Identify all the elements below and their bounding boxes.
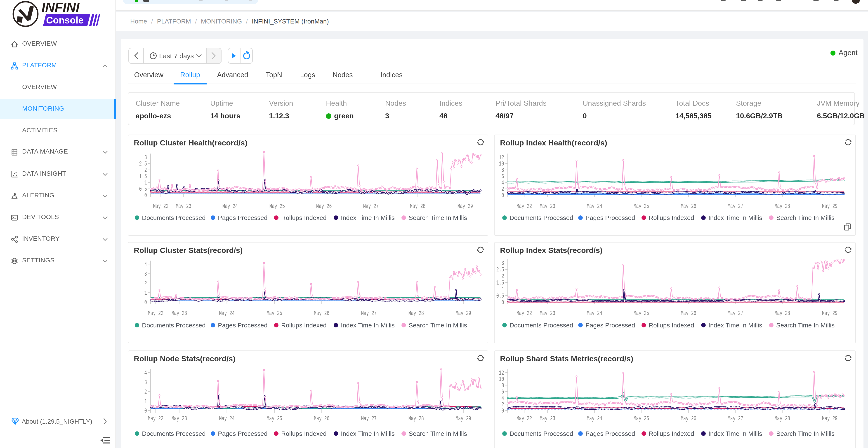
svg-text:May 29: May 29: [822, 203, 838, 210]
svg-text:2: 2: [502, 401, 504, 408]
svg-text:Rollups Indexed: Rollups Indexed: [281, 214, 327, 221]
svg-text:May 25: May 25: [633, 310, 649, 317]
svg-text:Pages Processed: Pages Processed: [585, 322, 635, 329]
svg-text:1: 1: [145, 179, 147, 186]
svg-text:May 26: May 26: [681, 203, 696, 210]
svg-text:0: 0: [145, 192, 147, 199]
svg-text:May 26: May 26: [681, 310, 696, 317]
svg-text:May 26: May 26: [314, 310, 330, 317]
svg-text:May 27: May 27: [727, 310, 743, 317]
svg-text:May 26: May 26: [681, 415, 696, 422]
svg-text:4: 4: [502, 179, 504, 186]
svg-text:May 28: May 28: [775, 415, 790, 422]
svg-text:May 25: May 25: [633, 203, 649, 210]
svg-text:May 27: May 27: [361, 415, 377, 422]
svg-text:1: 1: [502, 286, 504, 293]
svg-text:May 28: May 28: [408, 310, 424, 317]
svg-text:Search Time In Millis: Search Time In Millis: [409, 214, 467, 221]
svg-text:Rollups Indexed: Rollups Indexed: [649, 214, 694, 221]
svg-text:0: 0: [145, 407, 147, 414]
svg-text:Rollup Cluster Stats(record/s): Rollup Cluster Stats(record/s): [134, 246, 243, 254]
svg-text:3: 3: [145, 379, 147, 386]
svg-text:Index Time In Millis: Index Time In Millis: [341, 322, 395, 329]
svg-text:Rollups Indexed: Rollups Indexed: [281, 322, 327, 329]
svg-text:May 29: May 29: [456, 310, 471, 317]
svg-text:May 29: May 29: [822, 415, 838, 422]
svg-text:Rollups Indexed: Rollups Indexed: [649, 430, 694, 437]
svg-text:May 27: May 27: [361, 310, 377, 317]
svg-text:4: 4: [502, 395, 504, 402]
svg-text:Search Time In Millis: Search Time In Millis: [776, 322, 835, 329]
svg-text:May 22: May 22: [153, 203, 168, 210]
svg-text:Rollup Node Stats(record/s): Rollup Node Stats(record/s): [134, 354, 236, 363]
svg-text:0: 0: [502, 192, 504, 199]
svg-text:Search Time In Millis: Search Time In Millis: [409, 322, 467, 329]
svg-text:Search Time In Millis: Search Time In Millis: [409, 430, 467, 437]
svg-text:May 27: May 27: [727, 415, 743, 422]
svg-text:May 27: May 27: [363, 203, 379, 210]
svg-text:May 29: May 29: [822, 310, 838, 317]
svg-text:May 23: May 23: [172, 415, 187, 422]
svg-text:May 26: May 26: [316, 203, 332, 210]
svg-text:May 29: May 29: [458, 203, 473, 210]
svg-text:8: 8: [502, 382, 504, 389]
svg-text:Rollup Shard Stats Metrics(rec: Rollup Shard Stats Metrics(record/s): [500, 354, 633, 363]
svg-text:May 28: May 28: [410, 203, 426, 210]
svg-text:1: 1: [145, 289, 147, 297]
svg-text:6: 6: [502, 388, 504, 395]
svg-text:May 22: May 22: [517, 415, 532, 422]
svg-text:May 24: May 24: [587, 310, 602, 317]
svg-text:2.5: 2.5: [496, 266, 504, 273]
svg-text:10: 10: [499, 160, 504, 167]
svg-text:3: 3: [145, 154, 147, 161]
svg-text:0: 0: [145, 299, 147, 306]
svg-text:May 25: May 25: [267, 415, 282, 422]
svg-text:May 28: May 28: [775, 310, 790, 317]
svg-text:May 25: May 25: [270, 203, 285, 210]
svg-text:Pages Processed: Pages Processed: [585, 430, 635, 437]
svg-text:1: 1: [145, 398, 147, 405]
svg-text:Pages Processed: Pages Processed: [585, 214, 635, 221]
svg-text:May 27: May 27: [727, 203, 743, 210]
svg-text:Documents Processed: Documents Processed: [142, 214, 206, 221]
svg-text:May 25: May 25: [633, 415, 649, 422]
svg-text:May 22: May 22: [517, 310, 532, 317]
svg-text:2: 2: [145, 280, 147, 287]
svg-text:May 24: May 24: [587, 415, 602, 422]
svg-text:4: 4: [145, 261, 147, 268]
svg-text:12: 12: [499, 370, 504, 376]
svg-text:Search Time In Millis: Search Time In Millis: [776, 214, 835, 221]
svg-text:May 29: May 29: [456, 415, 471, 422]
svg-text:10: 10: [499, 376, 504, 383]
svg-text:May 23: May 23: [540, 310, 555, 317]
svg-text:May 22: May 22: [148, 415, 163, 422]
svg-text:Documents Processed: Documents Processed: [509, 430, 573, 437]
svg-text:May 24: May 24: [222, 203, 238, 210]
svg-text:Pages Processed: Pages Processed: [218, 214, 268, 221]
svg-text:May 22: May 22: [148, 310, 163, 317]
svg-text:Index Time In Millis: Index Time In Millis: [708, 430, 762, 437]
svg-text:Documents Processed: Documents Processed: [142, 430, 206, 437]
svg-text:Documents Processed: Documents Processed: [509, 322, 573, 329]
svg-text:0.5: 0.5: [139, 185, 147, 193]
svg-text:May 23: May 23: [540, 415, 555, 422]
svg-text:0: 0: [502, 407, 504, 414]
svg-text:May 23: May 23: [176, 203, 191, 210]
svg-text:2: 2: [145, 388, 147, 395]
svg-text:2: 2: [502, 273, 504, 280]
svg-text:May 24: May 24: [587, 203, 602, 210]
svg-text:Documents Processed: Documents Processed: [142, 322, 206, 329]
svg-text:Pages Processed: Pages Processed: [218, 430, 268, 437]
svg-text:2: 2: [145, 167, 147, 174]
svg-text:Rollup Index Stats(record/s): Rollup Index Stats(record/s): [500, 246, 602, 254]
svg-text:May 28: May 28: [775, 203, 790, 210]
svg-text:May 22: May 22: [517, 203, 532, 210]
svg-text:Rollups Indexed: Rollups Indexed: [649, 322, 694, 329]
svg-text:May 24: May 24: [219, 310, 235, 317]
svg-text:1.5: 1.5: [496, 279, 504, 286]
svg-text:Rollups Indexed: Rollups Indexed: [281, 430, 327, 437]
svg-text:May 23: May 23: [172, 310, 187, 317]
svg-text:0.5: 0.5: [496, 292, 504, 300]
svg-text:May 24: May 24: [219, 415, 235, 422]
svg-text:May 23: May 23: [540, 203, 555, 210]
